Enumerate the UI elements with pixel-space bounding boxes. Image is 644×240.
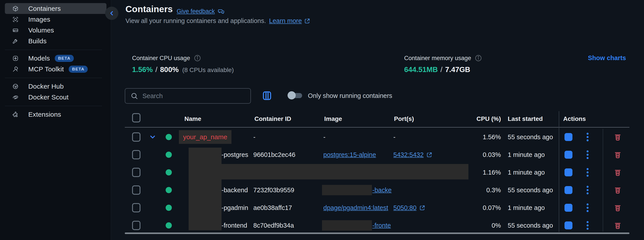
sidebar-item-extensions[interactable]: Extensions: [5, 109, 106, 120]
stop-button[interactable]: [564, 204, 572, 212]
table-row[interactable]: -pgadmin ae0b38affc17 dpage/pgadmin4:lat…: [0, 199, 644, 216]
delete-button[interactable]: [614, 150, 622, 159]
external-link-icon: [304, 18, 310, 24]
delete-button[interactable]: [614, 221, 622, 229]
column-header-image[interactable]: Image: [324, 115, 342, 122]
stop-button[interactable]: [564, 186, 572, 194]
row-checkbox[interactable]: [132, 185, 140, 195]
table-row[interactable]: -backend 7232f03b9559 -backe 0.3% 55 sec…: [0, 181, 644, 199]
table-row[interactable]: 1.16% 1 minute ago: [0, 163, 644, 181]
column-header-last-started[interactable]: Last started: [508, 115, 543, 122]
delete-button[interactable]: [614, 168, 622, 177]
kebab-menu-button[interactable]: [586, 132, 590, 142]
column-header-actions: Actions: [563, 115, 586, 122]
port-link[interactable]: 5050:80: [393, 204, 416, 211]
info-icon[interactable]: [194, 54, 201, 62]
column-header-ports[interactable]: Port(s): [394, 115, 414, 122]
stop-button[interactable]: [564, 221, 572, 229]
memory-usage-label-text: Container memory usage: [404, 55, 471, 62]
column-header-container-id[interactable]: Container ID: [254, 115, 291, 122]
sidebar-divider: [5, 50, 102, 50]
containers-icon: [12, 5, 19, 12]
port-link[interactable]: 5432:5432: [393, 151, 424, 158]
sidebar-item-builds[interactable]: Builds: [5, 36, 106, 46]
cpu-value: 1.16%: [464, 169, 501, 176]
kebab-menu-button[interactable]: [586, 185, 590, 195]
status-dot-running: [166, 169, 172, 175]
kebab-menu-button[interactable]: [586, 203, 590, 213]
running-only-toggle[interactable]: [288, 91, 302, 100]
sidebar-item-docker-scout[interactable]: Docker Scout: [5, 92, 106, 103]
image-cell: -: [323, 133, 326, 141]
status-dot-running: [166, 222, 172, 228]
delete-button[interactable]: [614, 186, 622, 194]
cpu-total: 800%: [160, 65, 179, 74]
image-link[interactable]: dpage/pgadmin4:latest: [323, 204, 388, 211]
cpu-value: 0.07%: [464, 204, 501, 211]
docker-scout-icon: [12, 94, 19, 101]
container-id: ae0b38affc17: [253, 204, 292, 211]
sidebar-item-label: Docker Scout: [28, 94, 68, 101]
page-title: Containers: [126, 4, 173, 14]
sidebar-collapse-button[interactable]: [105, 7, 118, 20]
select-all-checkbox[interactable]: [132, 113, 140, 122]
search-box[interactable]: [125, 88, 251, 104]
extensions-icon: [12, 111, 19, 118]
kebab-menu-button[interactable]: [586, 167, 590, 178]
image-link[interactable]: postgres:15-alpine: [323, 151, 376, 158]
external-link-icon[interactable]: [426, 152, 432, 158]
container-name: -frontend: [222, 222, 247, 229]
stop-button[interactable]: [564, 168, 572, 176]
sidebar-item-images[interactable]: Images: [5, 14, 106, 25]
sidebar-item-containers[interactable]: Containers: [5, 3, 106, 14]
horizontal-scrollbar[interactable]: [125, 232, 630, 234]
delete-button[interactable]: [614, 203, 622, 212]
stop-button[interactable]: [564, 133, 572, 141]
give-feedback-link[interactable]: Give feedback: [177, 8, 224, 15]
column-settings-button[interactable]: [262, 91, 272, 101]
image-cell: -backe: [322, 185, 392, 195]
container-name: -backend: [222, 186, 248, 194]
sidebar-item-docker-hub[interactable]: Docker Hub: [5, 81, 106, 92]
row-checkbox[interactable]: [132, 132, 140, 142]
trash-icon: [614, 221, 622, 229]
table-row[interactable]: your_ap_name - - - 1.56% 55 seconds ago: [0, 128, 644, 146]
container-name: -pgadmin: [222, 204, 248, 211]
table-row[interactable]: -postgres 96601bc2ec46 postgres:15-alpin…: [0, 146, 644, 163]
sidebar-item-mcp-toolkit[interactable]: MCP Toolkit BETA: [5, 64, 106, 75]
image-link[interactable]: -fronte: [372, 222, 391, 229]
stop-button[interactable]: [564, 151, 572, 159]
give-feedback-label: Give feedback: [177, 8, 215, 15]
images-icon: [12, 16, 19, 23]
column-header-cpu[interactable]: CPU (%): [464, 115, 501, 122]
last-started: 55 seconds ago: [508, 222, 553, 229]
show-charts-link[interactable]: Show charts: [588, 54, 626, 62]
docker-hub-icon: [12, 83, 19, 90]
table-row[interactable]: -frontend 8c70edf9b34a -fronte 0% 55 sec…: [0, 216, 644, 234]
row-checkbox[interactable]: [132, 203, 140, 212]
memory-usage-value: 644.51MB / 7.47GB: [404, 65, 470, 74]
chevron-down-icon: [149, 133, 156, 141]
info-icon[interactable]: [474, 54, 482, 62]
row-checkbox[interactable]: [132, 150, 140, 159]
kebab-menu-button[interactable]: [586, 150, 590, 160]
delete-button[interactable]: [614, 133, 622, 141]
row-checkbox[interactable]: [132, 168, 140, 177]
kebab-menu-button[interactable]: [586, 220, 590, 231]
feedback-bubble-icon: [218, 8, 224, 15]
page-subtitle: View all your running containers and app…: [126, 17, 310, 25]
search-input[interactable]: [142, 92, 245, 100]
sidebar-item-volumes[interactable]: Volumes: [5, 25, 106, 36]
image-link[interactable]: -backe: [372, 186, 392, 194]
learn-more-link[interactable]: Learn more: [269, 17, 310, 25]
row-checkbox[interactable]: [132, 221, 140, 230]
builds-icon: [12, 38, 19, 44]
cpu-value: 0.03%: [464, 151, 501, 158]
sidebar-item-models[interactable]: Models BETA: [5, 53, 106, 64]
external-link-icon[interactable]: [419, 205, 425, 211]
last-started: 1 minute ago: [508, 169, 545, 176]
column-header-name[interactable]: Name: [184, 115, 201, 122]
running-only-toggle-label: Only show running containers: [308, 92, 392, 99]
expand-toggle[interactable]: [149, 133, 156, 141]
toggle-knob: [288, 91, 296, 99]
